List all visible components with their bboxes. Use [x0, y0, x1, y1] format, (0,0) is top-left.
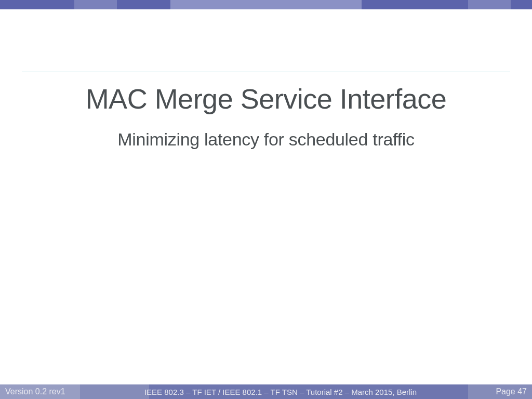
slide-content: MAC Merge Service Interface Minimizing l…	[0, 72, 532, 150]
footer-page-number: Page 47	[496, 387, 527, 396]
slide-title: MAC Merge Service Interface	[22, 83, 510, 115]
footer-center-text: IEEE 802.3 – TF IET / IEEE 802.1 – TF TS…	[65, 388, 496, 396]
slide-subtitle: Minimizing latency for scheduled traffic	[22, 129, 510, 150]
slide-footer: Version 0.2 rev1 IEEE 802.3 – TF IET / I…	[0, 384, 532, 399]
title-divider	[22, 72, 510, 72]
decorative-top-bar	[0, 0, 532, 9]
footer-version: Version 0.2 rev1	[5, 387, 65, 396]
